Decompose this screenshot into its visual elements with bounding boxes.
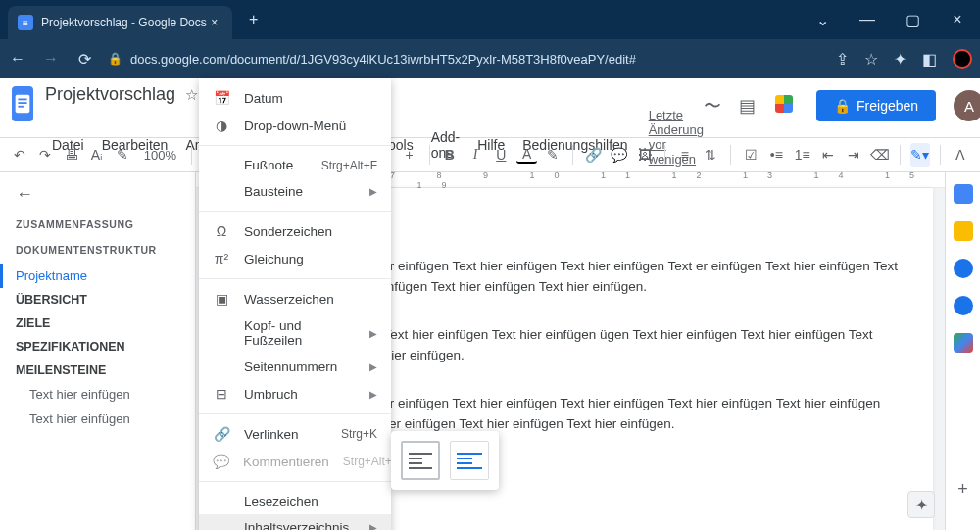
insert-comment-button[interactable]: 💬 [609, 143, 628, 167]
menu-item-equation[interactable]: π²Gleichung [199, 245, 391, 272]
account-avatar[interactable]: A [954, 90, 980, 121]
close-window-button[interactable]: × [935, 0, 980, 39]
separator [664, 145, 665, 165]
outline-collapse-icon[interactable]: ← [16, 184, 195, 205]
outline-item[interactable]: SPEZIFIKATIONEN [16, 335, 195, 359]
activity-icon[interactable]: 〜 [704, 94, 721, 118]
separator [940, 145, 941, 165]
editing-mode-button[interactable]: ✎▾ [910, 143, 930, 167]
break-icon: ⊟ [213, 386, 230, 402]
outline-item[interactable]: ZIELE [16, 312, 195, 335]
menu-item-footnote[interactable]: FußnoteStrg+Alt+F [199, 152, 391, 178]
outdent-button[interactable]: ⇤ [818, 143, 838, 167]
maps-icon[interactable] [954, 333, 973, 353]
reload-button[interactable]: ⟳ [74, 50, 94, 69]
menu-divider [199, 211, 391, 212]
chevron-right-icon: ▶ [369, 186, 377, 197]
browser-titlebar: ≡ Projektvorschlag - Google Docs × + ⌄ —… [0, 0, 980, 39]
menu-divider [199, 413, 391, 414]
outline-item[interactable]: ÜBERSICHT [16, 288, 195, 312]
share-page-icon[interactable]: ⇪ [836, 50, 849, 69]
menu-item-date[interactable]: 📅Datum [199, 84, 391, 112]
keep-icon[interactable] [954, 221, 973, 241]
url-field[interactable]: 🔒 docs.google.com/document/d/1JGV93cy4lK… [108, 52, 822, 67]
underline-button[interactable]: U [491, 143, 511, 167]
menu-item-special-chars[interactable]: ΩSonderzeichen [199, 217, 391, 245]
add-addon-icon[interactable]: + [954, 479, 973, 499]
print-button[interactable]: 🖶 [62, 143, 81, 167]
back-button[interactable]: ← [8, 50, 27, 68]
docs-logo[interactable] [12, 86, 33, 121]
redo-button[interactable]: ↷ [35, 143, 55, 167]
chevron-down-icon[interactable]: ⌄ [800, 0, 845, 39]
indent-button[interactable]: ⇥ [844, 143, 863, 167]
sidepanel-toggle-icon[interactable]: ◧ [922, 50, 937, 69]
new-tab-button[interactable]: + [240, 6, 268, 33]
tab-close-icon[interactable]: × [207, 16, 222, 29]
collapse-toolbar-button[interactable]: ᐱ [951, 143, 970, 167]
insert-link-button[interactable]: 🔗 [583, 143, 603, 167]
google-docs-app: Projektvorschlag ☆ 🗀 ☁ Datei Bearbeiten … [0, 78, 980, 530]
toc-option-links[interactable] [450, 441, 489, 480]
extensions-icon[interactable]: ✦ [894, 50, 906, 69]
outline-section-structure: DOKUMENTENSTRUKTUR [16, 244, 195, 256]
outline-item[interactable]: Projektname [0, 264, 195, 288]
menu-divider [199, 145, 391, 146]
minimize-button[interactable]: — [845, 0, 890, 39]
spellcheck-button[interactable]: Aᵢ [87, 143, 107, 167]
menu-item-bookmark[interactable]: Lesezeichen [199, 488, 391, 514]
insert-image-button[interactable]: 🖼 [634, 143, 654, 167]
side-panel: + [945, 172, 980, 530]
menu-item-comment[interactable]: 💬KommentierenStrg+Alt+M [199, 448, 391, 475]
profile-icon[interactable] [953, 49, 972, 69]
comments-icon[interactable]: ▤ [739, 95, 756, 117]
zoom-select[interactable]: 100% [138, 143, 181, 167]
outline-item[interactable]: MEILENSTEINE [16, 359, 195, 382]
menu-item-link[interactable]: 🔗VerlinkenStrg+K [199, 420, 391, 448]
contacts-icon[interactable] [954, 296, 973, 315]
toc-option-numbered[interactable] [401, 441, 440, 480]
link-icon: 🔗 [213, 426, 230, 442]
star-icon[interactable]: ☆ [185, 86, 198, 104]
italic-button[interactable]: I [466, 143, 485, 167]
numbered-list-button[interactable]: 1≡ [793, 143, 812, 167]
menu-item-headers-footers[interactable]: Kopf- und Fußzeilen▶ [199, 313, 391, 354]
bullet-list-button[interactable]: •≡ [766, 143, 786, 167]
line-spacing-button[interactable]: ⇅ [701, 143, 720, 167]
explore-button[interactable]: ✦ [907, 491, 935, 518]
tasks-icon[interactable] [954, 259, 973, 278]
separator [191, 145, 192, 165]
url-text: docs.google.com/document/d/1JGV93cy4lKUc… [130, 52, 636, 67]
dropdown-icon: ◑ [213, 118, 230, 133]
document-name[interactable]: Projektvorschlag [45, 84, 175, 105]
text-color-button[interactable]: A [516, 146, 536, 164]
window-controls: ⌄ — ▢ × [800, 0, 980, 39]
undo-button[interactable]: ↶ [10, 143, 29, 167]
separator [900, 145, 901, 165]
chevron-right-icon: ▶ [369, 361, 377, 372]
outline-item[interactable]: Text hier einfügen [16, 407, 195, 431]
bold-button[interactable]: B [440, 143, 460, 167]
outline-item[interactable]: Text hier einfügen [16, 382, 195, 407]
menu-item-dropdown[interactable]: ◑Drop-down-Menü [199, 112, 391, 139]
highlight-button[interactable]: ✎ [543, 143, 563, 167]
menu-item-toc[interactable]: Inhaltsverzeichnis▶ [199, 514, 391, 530]
menu-item-building-blocks[interactable]: Bausteine▶ [199, 178, 391, 205]
document-outline: ← ZUSAMMENFASSUNG DOKUMENTENSTRUKTUR Pro… [0, 172, 196, 530]
menu-item-break[interactable]: ⊟Umbruch▶ [199, 380, 391, 408]
share-button[interactable]: 🔒 Freigeben [816, 90, 936, 121]
calendar-icon[interactable] [954, 184, 973, 204]
font-size-increase[interactable]: + [400, 143, 419, 167]
separator [730, 145, 731, 165]
maximize-button[interactable]: ▢ [890, 0, 935, 39]
checklist-button[interactable]: ☑ [741, 143, 760, 167]
clear-format-button[interactable]: ⌫ [869, 143, 889, 167]
paint-format-button[interactable]: ✎ [113, 143, 132, 167]
align-button[interactable]: ≡ [675, 143, 695, 167]
browser-tab[interactable]: ≡ Projektvorschlag - Google Docs × [8, 6, 232, 39]
menu-item-watermark[interactable]: ▣Wasserzeichen [199, 285, 391, 313]
forward-button[interactable]: → [41, 50, 61, 68]
bookmark-icon[interactable]: ☆ [864, 50, 878, 69]
meet-button[interactable] [773, 93, 799, 119]
menu-item-page-numbers[interactable]: Seitennummern▶ [199, 354, 391, 380]
